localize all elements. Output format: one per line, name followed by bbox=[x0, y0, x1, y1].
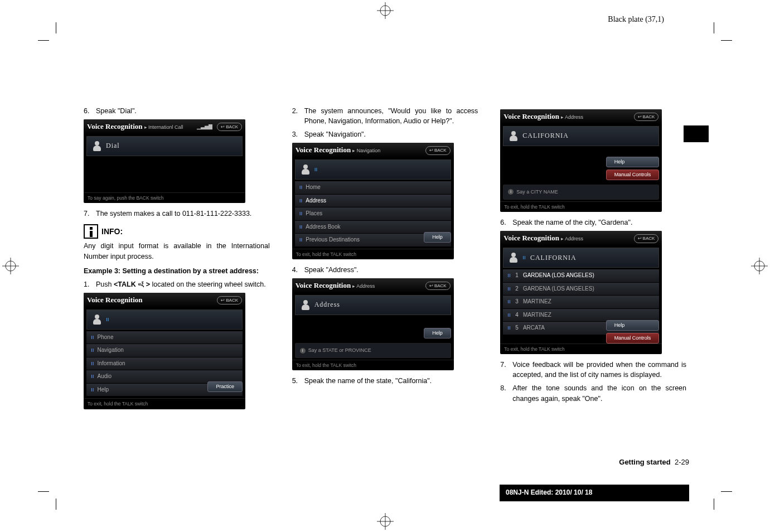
info-callout: INFO: bbox=[84, 224, 270, 239]
vr-footer-hint: To exit, hold the TALK switch bbox=[292, 360, 454, 370]
back-button[interactable]: ↩ BACK bbox=[634, 234, 659, 243]
step-item: 7.Voice feedback will be provided when t… bbox=[500, 360, 686, 380]
vr-breadcrumb: ▸ Internationl Call bbox=[144, 124, 183, 130]
vr-breadcrumb: ▸ Address bbox=[561, 236, 583, 241]
crop-mark-icon bbox=[714, 22, 714, 33]
crop-mark-icon bbox=[721, 491, 732, 492]
vr-title: Voice Recognition bbox=[503, 112, 559, 120]
step-item: 4.Speak "Address". bbox=[292, 265, 478, 275]
vr-hint: iSay a STATE or PROVINCE bbox=[295, 343, 451, 358]
vr-result-item[interactable]: ıı2GARDENA (LOS ANGELES) bbox=[503, 283, 659, 296]
vr-input-text: CALIFORNIA bbox=[522, 131, 569, 141]
person-icon bbox=[93, 315, 101, 325]
step-item: 8.After the tone sounds and the icon on … bbox=[500, 383, 686, 403]
mic-icon: ıı bbox=[91, 386, 94, 394]
registration-mark-icon bbox=[377, 2, 394, 19]
help-button[interactable]: Help bbox=[606, 320, 660, 331]
registration-mark-icon bbox=[751, 258, 768, 274]
vr-screenshot-dial: Voice Recognition▸ Internationl Call ▁▃▅… bbox=[84, 119, 245, 203]
vr-screenshot-california: Voice Recognition▸ Address ↩ BACK CALIFO… bbox=[500, 109, 662, 212]
manual-controls-button[interactable]: Manual Controls bbox=[606, 170, 660, 180]
vr-breadcrumb: ▸ Navigation bbox=[352, 148, 380, 153]
vr-menu-item[interactable]: ııPhone bbox=[86, 331, 243, 345]
mic-indicator-icon: ıı bbox=[106, 316, 109, 324]
registration-mark-icon bbox=[377, 513, 394, 530]
manual-controls-button[interactable]: Manual Controls bbox=[606, 333, 660, 344]
vr-breadcrumb: ▸ Address bbox=[352, 283, 375, 289]
vr-footer-hint: To exit, hold the TALK switch bbox=[84, 398, 245, 409]
vr-title: Voice Recognition bbox=[503, 234, 559, 242]
mic-icon: ıı bbox=[507, 298, 511, 306]
vr-footer-hint: To exit, hold the TALK switch bbox=[500, 344, 662, 354]
person-icon bbox=[301, 300, 310, 310]
crop-mark-icon bbox=[56, 22, 56, 33]
info-label: INFO: bbox=[101, 226, 123, 237]
step-item: 3.Speak "Navigation". bbox=[292, 129, 478, 139]
edition-stamp: 08NJ-N Edited: 2010/ 10/ 18 bbox=[500, 485, 689, 501]
person-icon bbox=[509, 131, 518, 141]
vr-screenshot-navigation: Voice Recognition▸ Navigation ↩ BACK ıı … bbox=[292, 143, 454, 259]
mic-icon: ıı bbox=[91, 333, 94, 342]
mic-indicator-icon: ıı bbox=[314, 166, 318, 174]
column-2: 2.The system announces, "Would you like … bbox=[292, 106, 478, 415]
registration-mark-icon bbox=[2, 258, 19, 274]
mic-icon: ıı bbox=[507, 285, 511, 293]
back-button[interactable]: ↩ BACK bbox=[217, 296, 242, 305]
info-dot-icon: i bbox=[508, 189, 514, 195]
vr-screenshot-address: Voice Recognition▸ Address ↩ BACK Addres… bbox=[292, 278, 454, 370]
vr-input-text: Address bbox=[314, 300, 340, 309]
vr-menu-item[interactable]: ııHome bbox=[295, 181, 451, 195]
vr-screenshot-main: Voice Recognition ↩ BACK ıı ııPhone ııNa… bbox=[84, 293, 245, 409]
step-item: 7.The system makes a call to 011-81-111-… bbox=[84, 209, 270, 219]
crop-mark-icon bbox=[38, 491, 49, 492]
column-1: 6.Speak "Dial". Voice Recognition▸ Inter… bbox=[84, 106, 270, 415]
vr-title: Voice Recognition bbox=[87, 122, 143, 130]
help-button[interactable]: Help bbox=[606, 157, 660, 167]
talk-icon: «ξ bbox=[138, 280, 144, 287]
info-icon bbox=[84, 224, 98, 239]
vr-input-text: Dial bbox=[106, 141, 120, 151]
help-button[interactable]: Help bbox=[424, 232, 451, 243]
vr-menu-item[interactable]: ııAddress bbox=[295, 195, 451, 208]
back-button[interactable]: ↩ BACK bbox=[425, 282, 451, 291]
mic-icon: ıı bbox=[299, 236, 303, 244]
vr-result-item[interactable]: ıı1GARDENA (LOS ANGELES) bbox=[503, 269, 659, 283]
vr-breadcrumb: ▸ Address bbox=[561, 114, 583, 120]
mic-icon: ıı bbox=[299, 183, 303, 192]
step-item: 1.Push <TALK «ξ > located on the steerin… bbox=[84, 279, 270, 289]
vr-footer-hint: To exit, hold the TALK switch bbox=[292, 249, 454, 259]
mic-icon: ıı bbox=[507, 311, 511, 320]
step-item: 5.Speak the name of the state, "Californ… bbox=[292, 376, 478, 386]
mic-icon: ıı bbox=[507, 272, 511, 280]
crop-mark-icon bbox=[721, 40, 732, 41]
signal-icon: ▁▃▅▇ bbox=[197, 123, 212, 130]
vr-footer-hint: To exit, hold the TALK switch bbox=[500, 201, 662, 212]
page-footer: Getting started 2-29 bbox=[619, 457, 689, 468]
back-button[interactable]: ↩ BACK bbox=[425, 146, 451, 155]
step-item: 2.The system announces, "Would you like … bbox=[292, 106, 478, 126]
vr-menu-item[interactable]: ııPlaces bbox=[295, 207, 451, 221]
vr-menu-item[interactable]: ııInformation bbox=[86, 357, 243, 371]
person-icon bbox=[93, 141, 101, 151]
back-button[interactable]: ↩ BACK bbox=[634, 113, 659, 122]
vr-footer-hint: To say again, push the BACK switch bbox=[84, 192, 245, 203]
vr-title: Voice Recognition bbox=[87, 296, 143, 304]
mic-indicator-icon: ıı bbox=[522, 254, 526, 262]
back-button[interactable]: ↩ BACK bbox=[217, 123, 242, 132]
column-3: Voice Recognition▸ Address ↩ BACK CALIFO… bbox=[500, 106, 686, 415]
vr-screenshot-city-list: Voice Recognition▸ Address ↩ BACK ııCALI… bbox=[500, 231, 662, 354]
vr-title: Voice Recognition bbox=[296, 281, 351, 289]
mic-icon: ıı bbox=[91, 373, 94, 381]
vr-result-item[interactable]: ıı3MARTINEZ bbox=[503, 296, 659, 309]
crop-mark-icon bbox=[56, 499, 56, 510]
mic-icon: ıı bbox=[91, 346, 94, 355]
info-text: Any digit input format is available in t… bbox=[84, 241, 270, 261]
example-heading: Example 3: Setting a destination by a st… bbox=[84, 266, 270, 276]
crop-mark-icon bbox=[38, 40, 49, 41]
vr-menu-item[interactable]: ııNavigation bbox=[86, 344, 243, 357]
practice-button[interactable]: Practice bbox=[207, 381, 243, 392]
mic-icon: ıı bbox=[299, 223, 303, 231]
help-button[interactable]: Help bbox=[424, 328, 451, 338]
mic-icon: ıı bbox=[299, 210, 303, 218]
mic-icon: ıı bbox=[91, 360, 94, 368]
